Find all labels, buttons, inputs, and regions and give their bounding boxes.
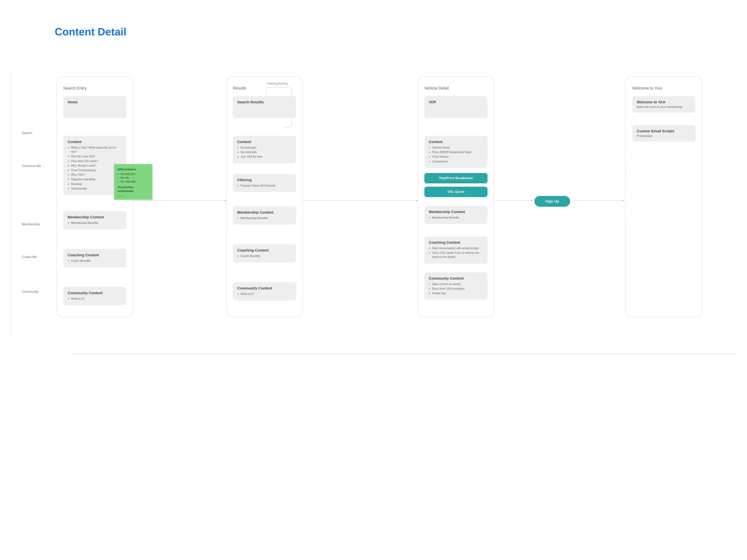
sticky-heading: Differentiators xyxy=(118,167,149,171)
column-results: Results Search Results Content No lead-g… xyxy=(226,77,303,317)
lane-membership: Membership xyxy=(22,222,40,226)
col-title-welcome: Welcome to YAA xyxy=(632,86,695,90)
card-vd-content: Content Vehicle Detail Price (MSRP/Adver… xyxy=(424,136,488,168)
sticky-note[interactable]: Differentiators No lead-gen No ads No ro… xyxy=(114,164,152,199)
lane-coach: Coach Me xyxy=(22,255,37,259)
card-search-results: Search Results xyxy=(233,96,296,118)
card-results-coaching: Coaching Content Coach Benefits xyxy=(233,244,296,263)
card-results-content: Content No lead-gen No robocalls Join YA… xyxy=(233,136,296,163)
card-vd-coaching: Coaching Content Start conversation with… xyxy=(424,236,488,264)
card-home-title: Home xyxy=(68,100,122,104)
card-results-membership: Membership Content Membership Benefits xyxy=(233,206,296,224)
lane-search: Search xyxy=(22,131,32,135)
col-title-vehicle-detail: Vehicle Detail xyxy=(424,86,488,90)
card-se-membership: Membership Content Membership Benefits xyxy=(63,211,126,229)
swimlane-divider xyxy=(11,73,11,336)
card-se-community: Community Content What is it? xyxy=(63,287,126,305)
page-title: Content Detail xyxy=(55,26,126,38)
card-filtering: Filtering Popular Filters (EV/Hybrid) xyxy=(233,174,296,192)
lane-community: Community xyxy=(22,290,38,294)
card-home: Home xyxy=(63,96,126,118)
card-se-coaching: Coaching Content Coach Benefits xyxy=(63,249,126,267)
sticky-list: No lead-gen No ads No robocalls xyxy=(121,172,149,183)
flow-arrows xyxy=(55,77,711,332)
column-welcome: Welcome to YAA Welcome to YAA Make the m… xyxy=(625,77,702,317)
card-vd-membership: Membership Content Membership Benefits xyxy=(424,206,488,224)
col-title-results: Results xyxy=(233,86,296,90)
pill-vsc-quote[interactable]: VSC Quote xyxy=(424,187,488,197)
pill-totalprice[interactable]: TotalPrice Breakdown xyxy=(424,173,488,183)
column-vehicle-detail: Vehicle Detail VDP Content Vehicle Detai… xyxy=(418,77,494,317)
card-results-community: Community Content What is it? xyxy=(233,282,296,300)
col-title-search-entry: Search Entry xyxy=(63,86,126,90)
lane-convince: Convince Me xyxy=(22,164,41,168)
card-welcome: Welcome to YAA Make the most of your mem… xyxy=(632,96,695,113)
signup-button[interactable]: Sign Up xyxy=(534,196,570,207)
sticky-note-text: De-prioritize testimonials xyxy=(118,185,149,193)
card-vdp: VDP xyxy=(424,96,488,118)
card-vd-community: Community Content Stay current on trends… xyxy=(424,272,488,300)
sticky-signature: Katarina xyxy=(118,194,149,197)
card-se-content-title: Content xyxy=(68,140,122,144)
card-email-scripts: Custom Email Scripts Prepopulate xyxy=(632,125,695,142)
